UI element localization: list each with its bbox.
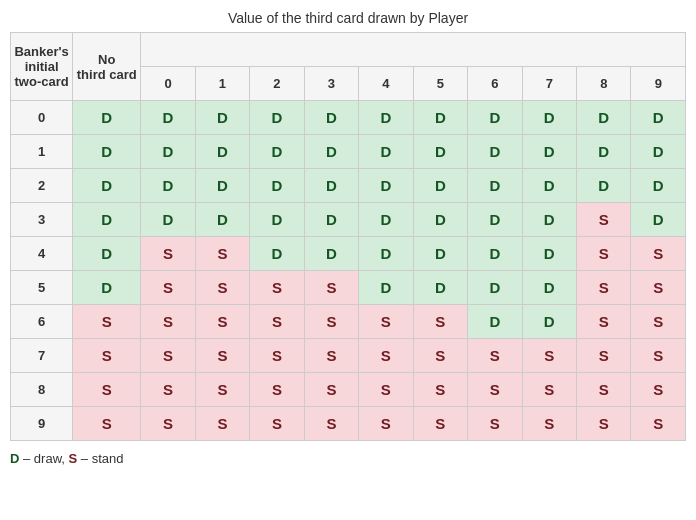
cell-4-7: D xyxy=(468,237,522,271)
cell-3-10: D xyxy=(631,203,686,237)
cell-8-2: S xyxy=(195,373,249,407)
cell-7-8: S xyxy=(522,339,576,373)
table-row: 5DSSSSDDDDSS xyxy=(11,271,686,305)
cell-6-4: S xyxy=(304,305,358,339)
cell-9-8: S xyxy=(522,407,576,441)
cell-1-10: D xyxy=(631,135,686,169)
table-row: 1DDDDDDDDDDD xyxy=(11,135,686,169)
cell-8-10: S xyxy=(631,373,686,407)
cell-3-7: D xyxy=(468,203,522,237)
cell-1-3: D xyxy=(250,135,304,169)
row-header-3: 3 xyxy=(11,203,73,237)
cell-6-8: D xyxy=(522,305,576,339)
row-header-4: 4 xyxy=(11,237,73,271)
row-header-9: 9 xyxy=(11,407,73,441)
cell-0-10: D xyxy=(631,101,686,135)
cell-2-8: D xyxy=(522,169,576,203)
cell-6-10: S xyxy=(631,305,686,339)
banker-label-2: initial xyxy=(25,59,59,74)
cell-6-6: S xyxy=(413,305,467,339)
row-header-1: 1 xyxy=(11,135,73,169)
cell-9-4: S xyxy=(304,407,358,441)
cell-4-4: D xyxy=(304,237,358,271)
cell-2-1: D xyxy=(141,169,195,203)
banker-label-3: two-card xyxy=(15,74,69,89)
col-header-3: 3 xyxy=(304,67,358,101)
cell-3-5: D xyxy=(359,203,413,237)
cell-4-3: D xyxy=(250,237,304,271)
cell-0-4: D xyxy=(304,101,358,135)
cell-7-4: S xyxy=(304,339,358,373)
cell-8-0: S xyxy=(73,373,141,407)
cell-6-0: S xyxy=(73,305,141,339)
legend-s-text: – stand xyxy=(77,451,123,466)
cell-7-3: S xyxy=(250,339,304,373)
cell-0-2: D xyxy=(195,101,249,135)
cell-6-2: S xyxy=(195,305,249,339)
cell-0-0: D xyxy=(73,101,141,135)
cell-5-4: S xyxy=(304,271,358,305)
cell-6-7: D xyxy=(468,305,522,339)
cell-5-0: D xyxy=(73,271,141,305)
table-row: 2DDDDDDDDDDD xyxy=(11,169,686,203)
banker-label-1: Banker's xyxy=(14,44,68,59)
cell-9-9: S xyxy=(577,407,631,441)
cell-9-10: S xyxy=(631,407,686,441)
table-title: Value of the third card drawn by Player xyxy=(10,10,686,26)
cell-4-1: S xyxy=(141,237,195,271)
row-header-6: 6 xyxy=(11,305,73,339)
legend-d-label: D xyxy=(10,451,19,466)
cell-1-8: D xyxy=(522,135,576,169)
cell-7-2: S xyxy=(195,339,249,373)
cell-0-7: D xyxy=(468,101,522,135)
cell-1-6: D xyxy=(413,135,467,169)
table-row: 0DDDDDDDDDDD xyxy=(11,101,686,135)
cell-4-8: D xyxy=(522,237,576,271)
cell-6-3: S xyxy=(250,305,304,339)
row-header-0: 0 xyxy=(11,101,73,135)
row-header-8: 8 xyxy=(11,373,73,407)
cell-3-3: D xyxy=(250,203,304,237)
cell-5-7: D xyxy=(468,271,522,305)
cell-9-5: S xyxy=(359,407,413,441)
col-header-7: 7 xyxy=(522,67,576,101)
col-header-5: 5 xyxy=(413,67,467,101)
cell-6-5: S xyxy=(359,305,413,339)
table-row: 6SSSSSSSDDSS xyxy=(11,305,686,339)
cell-4-2: S xyxy=(195,237,249,271)
cell-6-9: S xyxy=(577,305,631,339)
cell-9-0: S xyxy=(73,407,141,441)
cell-4-0: D xyxy=(73,237,141,271)
cell-4-5: D xyxy=(359,237,413,271)
row-header-2: 2 xyxy=(11,169,73,203)
col-header-8: 8 xyxy=(577,67,631,101)
cell-1-0: D xyxy=(73,135,141,169)
cell-8-6: S xyxy=(413,373,467,407)
col-header-1: 1 xyxy=(195,67,249,101)
cell-9-1: S xyxy=(141,407,195,441)
cell-7-0: S xyxy=(73,339,141,373)
cell-9-6: S xyxy=(413,407,467,441)
cell-4-10: S xyxy=(631,237,686,271)
cell-5-2: S xyxy=(195,271,249,305)
cell-0-9: D xyxy=(577,101,631,135)
cell-5-10: S xyxy=(631,271,686,305)
cell-4-6: D xyxy=(413,237,467,271)
cell-7-7: S xyxy=(468,339,522,373)
row-header-5: 5 xyxy=(11,271,73,305)
cell-2-9: D xyxy=(577,169,631,203)
cell-3-2: D xyxy=(195,203,249,237)
cell-0-3: D xyxy=(250,101,304,135)
cell-2-2: D xyxy=(195,169,249,203)
no-third-label-1: No xyxy=(98,52,115,67)
cell-7-9: S xyxy=(577,339,631,373)
legend: D – draw, S – stand xyxy=(10,451,686,466)
cell-2-6: D xyxy=(413,169,467,203)
cell-1-4: D xyxy=(304,135,358,169)
cell-0-6: D xyxy=(413,101,467,135)
table-row: 7SSSSSSSSSSS xyxy=(11,339,686,373)
col-header-4: 4 xyxy=(359,67,413,101)
cell-3-1: D xyxy=(141,203,195,237)
cell-1-9: D xyxy=(577,135,631,169)
cell-5-9: S xyxy=(577,271,631,305)
